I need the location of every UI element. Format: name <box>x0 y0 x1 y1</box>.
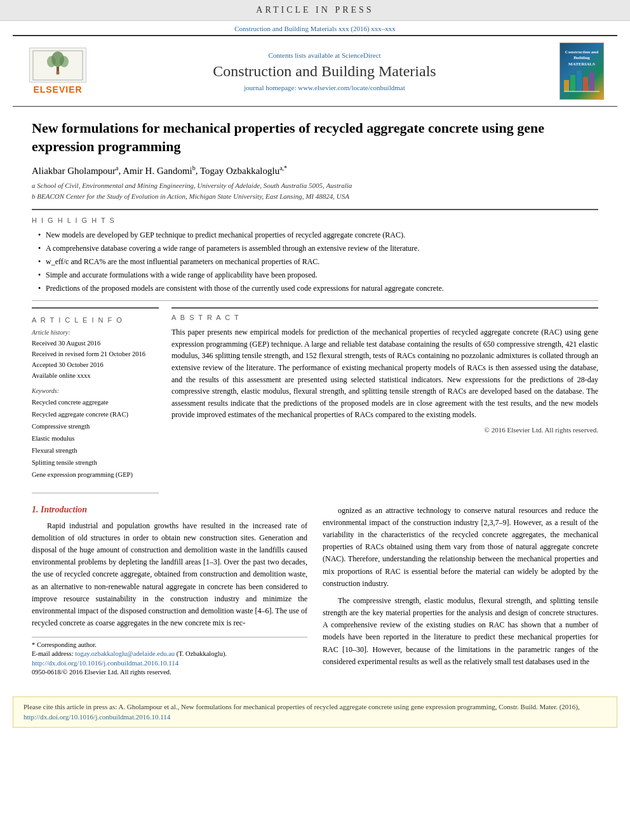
cover-img-text: Construction and Building MATERIALS <box>563 50 600 67</box>
authors-line: Aliakbar Gholampoura, Amir H. Gandomib, … <box>32 164 598 177</box>
doi-link[interactable]: http://dx.doi.org/10.1016/j.conbuildmat.… <box>32 659 178 667</box>
copyright-line: © 2016 Elsevier Ltd. All rights reserved… <box>171 426 598 434</box>
svg-point-5 <box>56 71 60 75</box>
body-col-right: ognized as an attractive technology to c… <box>323 505 598 678</box>
homepage-label: journal homepage: <box>244 84 296 91</box>
elsevier-logo-image <box>29 48 86 83</box>
author2-name: , Amir H. Gandomi <box>119 166 192 176</box>
elsevier-svg-logo <box>32 50 83 81</box>
journal-title-center: Contents lists available at ScienceDirec… <box>93 51 556 91</box>
body-col-left: 1. Introduction Rapid industrial and pop… <box>32 505 307 678</box>
email-suffix: (T. Ozbakkaloglu). <box>177 650 227 657</box>
homepage-url[interactable]: www.elsevier.com/locate/conbuildmat <box>298 84 405 91</box>
author3-sup: a,* <box>279 164 287 171</box>
main-content: New formulations for mechanical properti… <box>0 107 630 690</box>
highlight-item-1: New models are developed by GEP techniqu… <box>38 229 598 241</box>
keyword-2: Recycled aggregate concrete (RAC) <box>32 409 159 421</box>
elsevier-brand-text: ELSEVIER <box>33 84 82 95</box>
contents-label: Contents lists available at <box>268 51 340 59</box>
keyword-3: Compressive strength <box>32 421 159 433</box>
bottom-banner: Please cite this article in press as: A.… <box>13 697 617 728</box>
received-date: Received 30 August 2016 <box>32 338 159 349</box>
issn-line: 0950-0618/© 2016 Elsevier Ltd. All right… <box>32 669 307 676</box>
email-link[interactable]: togay.ozbakkaloglu@adelaide.edu.au <box>75 650 175 657</box>
journal-main-title: Construction and Building Materials <box>99 63 550 80</box>
available-date: Available online xxxx <box>32 371 159 382</box>
journal-cover-image: Construction and Building MATERIALS <box>556 43 607 100</box>
keyword-1: Recycled concrete aggregate <box>32 397 159 409</box>
journal-ref-line: Construction and Building Materials xxx … <box>0 21 630 35</box>
intro-p2: ognized as an attractive technology to c… <box>323 505 598 590</box>
svg-point-2 <box>47 56 56 67</box>
svg-rect-7 <box>564 80 569 91</box>
keyword-4: Elastic modulus <box>32 433 159 445</box>
affiliations: a School of Civil, Environmental and Min… <box>32 180 598 201</box>
svg-rect-9 <box>577 70 582 91</box>
article-in-press-banner: ARTICLE IN PRESS <box>0 0 630 21</box>
author3-name: , Togay Ozbakkaloglu <box>196 166 279 176</box>
journal-homepage: journal homepage: www.elsevier.com/locat… <box>99 84 550 91</box>
elsevier-logo: ELSEVIER <box>23 48 93 95</box>
svg-rect-10 <box>583 77 588 91</box>
keyword-6: Splitting tensile strength <box>32 457 159 469</box>
highlight-item-4: Simple and accurate formulations with a … <box>38 269 598 281</box>
history-label: Article history: <box>32 329 159 336</box>
keyword-5: Flexural strength <box>32 445 159 457</box>
footnote-area: * Corresponding author. E-mail address: … <box>32 637 307 676</box>
abstract-section: A B S T R A C T This paper presents new … <box>171 307 598 434</box>
banner-text: ARTICLE IN PRESS <box>256 5 373 15</box>
footnote-email: E-mail address: togay.ozbakkaloglu@adela… <box>32 650 307 657</box>
svg-rect-8 <box>570 75 575 91</box>
revised-date: Received in revised form 21 October 2016 <box>32 349 159 360</box>
cite-doi-link[interactable]: http://dx.doi.org/10.1016/j.conbuildmat.… <box>23 713 170 721</box>
article-info-label: A R T I C L E I N F O <box>32 316 159 324</box>
science-direct-link[interactable]: ScienceDirect <box>342 51 381 59</box>
article-info-box: A R T I C L E I N F O Article history: R… <box>32 307 159 493</box>
intro-p3: The compressive strength, elastic modulu… <box>323 595 598 668</box>
highlights-label: H I G H L I G H T S <box>32 217 598 224</box>
highlight-item-5: Predictions of the proposed models are c… <box>38 283 598 294</box>
journal-header: ELSEVIER Contents lists available at Sci… <box>13 35 617 107</box>
keywords-list: Recycled concrete aggregate Recycled agg… <box>32 397 159 481</box>
svg-rect-11 <box>589 72 594 91</box>
intro-p1: Rapid industrial and population growths … <box>32 520 307 630</box>
affiliation-b: b BEACON Center for the Study of Evoluti… <box>32 191 598 202</box>
divider-top <box>32 209 598 210</box>
cover-img-chart <box>563 67 601 93</box>
article-history: Article history: Received 30 August 2016… <box>32 329 159 381</box>
page: ARTICLE IN PRESS Construction and Buildi… <box>0 0 630 840</box>
body-text-left: Rapid industrial and population growths … <box>32 520 307 630</box>
svg-point-3 <box>60 56 69 67</box>
highlight-item-3: w_eff/c and RCA% are the most influentia… <box>38 256 598 267</box>
body-two-col: 1. Introduction Rapid industrial and pop… <box>32 505 598 678</box>
journal-ref-text: Construction and Building Materials xxx … <box>234 25 396 32</box>
article-info-col: A R T I C L E I N F O Article history: R… <box>32 307 159 493</box>
contents-line: Contents lists available at ScienceDirec… <box>99 51 550 59</box>
body-text-right: ognized as an attractive technology to c… <box>323 505 598 668</box>
cite-prefix: Please cite this article in press as: A.… <box>23 703 580 710</box>
doi-line: http://dx.doi.org/10.1016/j.conbuildmat.… <box>32 659 307 667</box>
accepted-date: Accepted 30 October 2016 <box>32 360 159 371</box>
keywords-section: Keywords: Recycled concrete aggregate Re… <box>32 387 159 481</box>
abstract-label: A B S T R A C T <box>171 314 598 321</box>
keyword-7: Gene expression programming (GEP) <box>32 469 159 481</box>
affiliation-a: a School of Civil, Environmental and Min… <box>32 180 598 191</box>
cover-img-box: Construction and Building MATERIALS <box>560 43 604 100</box>
author1-name: Aliakbar Gholampour <box>32 166 116 176</box>
article-title: New formulations for mechanical properti… <box>32 119 598 156</box>
highlight-item-2: A comprehensive database covering a wide… <box>38 243 598 254</box>
email-label: E-mail address: <box>32 650 74 657</box>
highlights-list: New models are developed by GEP techniqu… <box>38 229 598 294</box>
intro-heading: 1. Introduction <box>32 505 307 515</box>
keywords-label: Keywords: <box>32 387 159 394</box>
article-info-abstract-cols: A R T I C L E I N F O Article history: R… <box>32 307 598 493</box>
divider-highlights <box>32 300 598 301</box>
abstract-text: This paper presents new empirical models… <box>171 326 598 421</box>
footnote-corresponding: * Corresponding author. <box>32 641 307 648</box>
abstract-col: A B S T R A C T This paper presents new … <box>171 307 598 493</box>
